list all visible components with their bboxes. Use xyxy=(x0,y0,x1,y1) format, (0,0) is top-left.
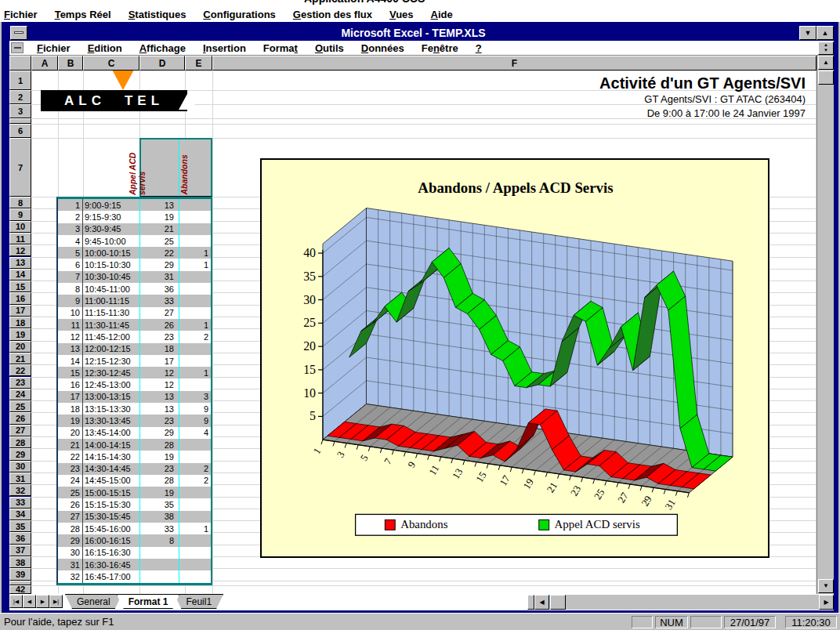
row-header-15[interactable]: 15 xyxy=(9,281,31,292)
app-menu-fichier[interactable]: Fichier xyxy=(0,9,46,20)
row-header-32[interactable]: 32 xyxy=(9,484,31,496)
maximize-button[interactable]: ▲ xyxy=(816,26,834,40)
excel-menu-fichier[interactable]: Fichier xyxy=(28,42,79,54)
chart-object[interactable]: 5101520253035401357911131517192123252729… xyxy=(260,158,769,558)
row-header-hidden-3[interactable] xyxy=(9,118,31,124)
scroll-right-icon[interactable]: ▶ xyxy=(819,595,834,610)
scroll-left-icon[interactable]: ◀ xyxy=(534,595,549,610)
row-header-31[interactable]: 31 xyxy=(9,472,31,484)
row-header-25[interactable]: 25 xyxy=(9,400,31,412)
row-header-26[interactable]: 26 xyxy=(9,412,31,424)
hscroll-thumb[interactable] xyxy=(550,595,566,610)
row-header-39[interactable]: 39 xyxy=(9,568,31,580)
row-header-8[interactable]: 8 xyxy=(9,197,31,208)
row-header-14[interactable]: 14 xyxy=(9,269,31,281)
sheet-tab-feuil1[interactable]: Feuil1 xyxy=(174,594,223,609)
svg-text:1: 1 xyxy=(311,446,323,456)
tab-next-icon[interactable]: ▶ xyxy=(36,595,49,608)
app-menu-vues[interactable]: Vues xyxy=(381,9,422,20)
table-cell: 27 xyxy=(58,511,83,523)
sheet-grid[interactable]: Activité d'un GT Agents/SVI GT Agents/SV… xyxy=(31,71,816,594)
excel-menu-outils[interactable]: Outils xyxy=(306,42,353,54)
row-header-1[interactable]: 1 xyxy=(9,71,31,90)
row-header-16[interactable]: 16 xyxy=(9,292,31,304)
sheet-tab-format-1[interactable]: Format 1 xyxy=(117,594,180,609)
app-menu-statistiques[interactable]: Statistiques xyxy=(120,9,195,20)
row-header-34[interactable]: 34 xyxy=(9,509,31,520)
table-cell: 1 xyxy=(179,247,211,259)
row-header-24[interactable]: 24 xyxy=(9,389,31,400)
row-header-6[interactable]: 6 xyxy=(9,124,31,138)
col-header-C[interactable]: C xyxy=(83,56,139,71)
tab-last-icon[interactable]: ▶| xyxy=(49,595,63,608)
scroll-down-icon[interactable]: ▼ xyxy=(818,579,834,593)
app-menu-temps-r-el[interactable]: Temps Réel xyxy=(46,9,120,20)
horizontal-scrollbar[interactable]: ◀ ▶ xyxy=(534,595,834,610)
row-header-29[interactable]: 29 xyxy=(9,448,31,460)
vertical-scrollbar[interactable]: ▲ ▼ xyxy=(816,56,834,594)
sheet-tab-general[interactable]: General xyxy=(65,594,122,609)
col-header-D[interactable]: D xyxy=(139,56,185,71)
row-header-21[interactable]: 21 xyxy=(9,353,31,364)
row-header-22[interactable]: 22 xyxy=(9,364,31,376)
minimize-button[interactable]: ▼ xyxy=(799,26,816,40)
table-cell: 15:30-15:45 xyxy=(83,511,139,523)
excel-menu-format[interactable]: Format xyxy=(255,42,306,54)
svg-text:10: 10 xyxy=(303,386,316,400)
row-header-28[interactable]: 28 xyxy=(9,436,31,448)
row-header-18[interactable]: 18 xyxy=(9,317,31,328)
control-menu-icon[interactable] xyxy=(10,26,27,40)
row-header-42[interactable]: 42 xyxy=(9,585,31,594)
row-header-30[interactable]: 30 xyxy=(9,461,31,472)
row-header-11[interactable]: 11 xyxy=(9,233,31,244)
scroll-up-icon[interactable]: ▲ xyxy=(818,56,834,70)
row-header-37[interactable]: 37 xyxy=(9,545,31,556)
excel-menu-insertion[interactable]: Insertion xyxy=(194,42,255,54)
row-header-20[interactable]: 20 xyxy=(9,341,31,353)
row-header-2[interactable]: 2 xyxy=(9,90,31,104)
app-menu-gestion-des-flux[interactable]: Gestion des flux xyxy=(284,9,381,20)
row-header-10[interactable]: 10 xyxy=(9,221,31,233)
table-cell: 3 xyxy=(58,223,83,235)
vscroll-thumb[interactable] xyxy=(818,71,834,85)
svg-text:25: 25 xyxy=(303,316,316,329)
excel-menu-edition[interactable]: Edition xyxy=(79,42,131,54)
table-cell xyxy=(179,498,211,510)
table-row: 2815:45-16:00331 xyxy=(58,523,211,534)
status-help-text: Pour l'aide, tapez sur F1 xyxy=(4,616,114,628)
tab-first-icon[interactable]: |◀ xyxy=(9,595,23,608)
excel-menu-affichage[interactable]: Affichage xyxy=(131,42,194,54)
row-header-33[interactable]: 33 xyxy=(9,497,31,509)
document-control-menu-icon[interactable] xyxy=(11,42,24,53)
table-cell: 31 xyxy=(139,271,179,283)
row-header-13[interactable]: 13 xyxy=(9,257,31,269)
row-header-3[interactable]: 3 xyxy=(9,104,31,118)
col-header-E[interactable]: E xyxy=(185,56,212,71)
excel-menu-fen-tre[interactable]: Fenêtre xyxy=(413,42,467,54)
tab-prev-icon[interactable]: ◀ xyxy=(23,595,36,608)
split-button[interactable]: ▲▼ xyxy=(818,42,834,55)
app-menu-configurations[interactable]: Configurations xyxy=(194,9,284,20)
excel-titlebar[interactable]: Microsoft Excel - TEMP.XLS ▼ ▲ xyxy=(9,24,834,41)
row-header-7[interactable]: 7 xyxy=(9,138,31,197)
row-header-17[interactable]: 17 xyxy=(9,305,31,317)
table-cell: 2 xyxy=(58,211,83,223)
col-header-F[interactable]: F xyxy=(212,56,816,71)
row-header-38[interactable]: 38 xyxy=(9,556,31,568)
row-header-35[interactable]: 35 xyxy=(9,520,31,532)
tab-split-handle[interactable] xyxy=(527,595,534,610)
table-cell: 18 xyxy=(58,403,83,415)
excel-menu-donn-es[interactable]: Données xyxy=(353,42,413,54)
col-header-A[interactable]: A xyxy=(31,56,58,71)
row-header-9[interactable]: 9 xyxy=(9,208,31,220)
row-header-23[interactable]: 23 xyxy=(9,377,31,389)
row-header-27[interactable]: 27 xyxy=(9,425,31,436)
row-header-36[interactable]: 36 xyxy=(9,532,31,544)
table-cell: 5 xyxy=(58,247,83,259)
excel-menu-?[interactable]: ? xyxy=(467,42,491,54)
row-header-19[interactable]: 19 xyxy=(9,328,31,340)
app-menu-aide[interactable]: Aide xyxy=(422,9,462,20)
logo-text: ALC xyxy=(64,92,106,109)
row-header-12[interactable]: 12 xyxy=(9,244,31,256)
col-header-B[interactable]: B xyxy=(58,56,83,71)
